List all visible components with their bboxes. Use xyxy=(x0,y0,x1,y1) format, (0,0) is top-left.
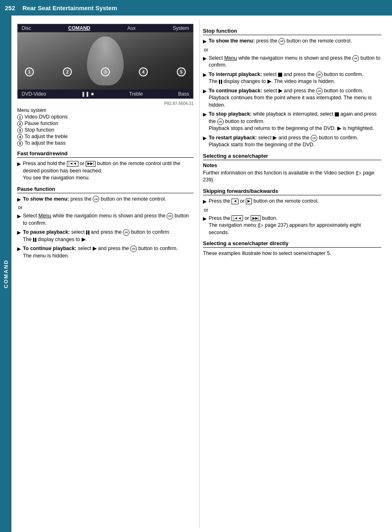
menu-list: 1 Video DVD options 2 Pause function 3 S… xyxy=(17,114,194,146)
pause-playback-text: To pause playback: select and press the … xyxy=(23,229,194,243)
ok-icon: ok xyxy=(278,38,285,45)
menu-system-label: Menu system xyxy=(17,107,194,113)
dvd-top-bar: Disc COMAND Aux System xyxy=(18,24,193,32)
rewind-icon: |◄◄ xyxy=(232,215,243,221)
menu-item-1-text: Video DVD options xyxy=(24,114,67,120)
bullet-arrow: ▶ xyxy=(17,213,21,227)
circle-5: 5 xyxy=(17,141,23,146)
bullet-arrow: ▶ xyxy=(203,111,207,132)
bullet-arrow: ▶ xyxy=(203,55,207,69)
dvd-screenshot: Disc COMAND Aux System 1 2 3 4 5 xyxy=(17,24,194,99)
comand-label: COMAND xyxy=(68,25,90,31)
fwd-chapter-icon: ▶ xyxy=(246,199,252,204)
bullet-arrow: ▶ xyxy=(203,135,207,149)
skipping-press2-bullet: ▶ Press the |◄◄ or ▶▶| button.The naviga… xyxy=(203,215,381,237)
bold-lead: To restart playback: xyxy=(209,135,257,141)
circle-2: 2 xyxy=(17,121,23,127)
dvd-child-image xyxy=(87,36,124,85)
notes-label: Notes xyxy=(203,163,381,168)
dvd-circle-3: 3 xyxy=(101,67,110,76)
bullet-arrow: ▶ xyxy=(203,198,207,205)
rewind-icon: |◄◄ xyxy=(67,161,78,167)
pause-show-menu-bullet: ▶ To show the menu: press the ok button … xyxy=(17,196,194,203)
content-area: COMAND Disc COMAND Aux System 1 2 xyxy=(0,16,392,532)
notes-text: Further information on this function is … xyxy=(203,170,381,184)
bullet-arrow: ▶ xyxy=(203,215,207,237)
selecting-directly-text: These examples illustrate how to select … xyxy=(203,250,381,257)
pause-continue-bullet: ▶ To continue playback: select ▶ and pre… xyxy=(17,245,194,259)
dvd-bottom-bar: DVD-Video ❚❚ ■ Treble Bass xyxy=(18,89,193,98)
selecting-directly-heading: Selecting a scene/chapter directly xyxy=(203,240,381,248)
ok-icon: ok xyxy=(352,55,359,62)
dvd-video-label: DVD-Video xyxy=(22,91,46,97)
fast-forward-heading: Fast forward/rewind xyxy=(17,150,194,158)
stop-restart-bullet: ▶ To restart playback: select ▶ and pres… xyxy=(203,134,381,149)
bold-lead: To continue playback: xyxy=(23,246,76,251)
stop-restart-text: To restart playback: select ▶ and press … xyxy=(209,134,381,149)
bold-lead: To show the menu: xyxy=(23,196,69,202)
menu-item-4-text: To adjust the treble xyxy=(24,134,68,139)
skipping-press-bullet: ▶ Press the ◄ or ▶ button on the remote … xyxy=(203,198,381,205)
ok-icon: ok xyxy=(130,246,137,252)
stop-select-menu-bullet: ▶ Select Menu while the navigation menu … xyxy=(203,55,381,69)
or-text: or xyxy=(204,47,381,53)
menu-item-3-text: Stop function xyxy=(24,127,54,133)
stop-show-menu-bullet: ▶ To show the menu: press the ok button … xyxy=(203,38,381,45)
bullet-arrow: ▶ xyxy=(203,38,207,45)
bold-lead: To interrupt playback: xyxy=(209,72,262,77)
stop-icon-2 xyxy=(335,112,339,116)
bold-lead: To stop playback: xyxy=(209,111,252,117)
stop-select-menu-text: Select Menu while the navigation menu is… xyxy=(209,55,381,69)
back-chapter-icon: ◄ xyxy=(232,199,238,204)
menu-link: Menu xyxy=(38,213,51,219)
menu-link: Menu xyxy=(224,55,237,61)
dvd-bass-label: Bass xyxy=(178,91,189,97)
main-columns: Disc COMAND Aux System 1 2 3 4 5 xyxy=(11,16,392,532)
list-item: 1 Video DVD options xyxy=(17,114,194,120)
dvd-circle-4: 4 xyxy=(139,67,148,76)
ok-icon: ok xyxy=(316,72,323,78)
sidebar-label-text: COMAND xyxy=(3,259,9,288)
dvd-circle-2: 2 xyxy=(63,67,72,76)
list-item: 2 Pause function xyxy=(17,121,194,127)
dvd-pause-stop-label: ❚❚ ■ xyxy=(81,91,94,97)
list-item: 5 To adjust the bass xyxy=(17,140,194,146)
stop-continue-bullet: ▶ To continue playback: select ▶ and pre… xyxy=(203,87,381,109)
dvd-circle-5: 5 xyxy=(177,67,186,76)
ok-icon: ok xyxy=(217,118,224,125)
right-column: Stop function ▶ To show the menu: press … xyxy=(199,20,387,528)
page-number: 252 xyxy=(5,4,15,11)
pause-show-menu-text: To show the menu: press the ok button on… xyxy=(23,196,194,203)
stop-icon xyxy=(278,73,282,77)
stop-stop-text: To stop playback: while playback is inte… xyxy=(209,111,381,132)
ok-icon: ok xyxy=(311,135,317,141)
menu-item-5-text: To adjust the bass xyxy=(24,140,66,146)
stop-show-menu-text: To show the menu: press the ok button on… xyxy=(209,38,381,45)
bold-lead: To continue playback: xyxy=(209,88,262,94)
fast-fwd-icon: ▶▶| xyxy=(251,215,261,221)
bold-lead: To pause playback: xyxy=(23,229,70,235)
bold-lead: To show the menu: xyxy=(209,38,255,44)
skipping-press2-text: Press the |◄◄ or ▶▶| button.The navigati… xyxy=(209,215,381,237)
ok-icon: ok xyxy=(167,213,173,219)
pause-icon xyxy=(86,230,89,235)
dvd-treble-label: Treble xyxy=(129,91,143,97)
pause-icon xyxy=(219,80,222,84)
pause-select-menu-text: Select Menu while the navigation menu is… xyxy=(23,212,194,227)
list-item: 4 To adjust the treble xyxy=(17,134,194,140)
page-title: Rear Seat Entertainment System xyxy=(22,4,117,11)
stop-continue-text: To continue playback: select ▶ and press… xyxy=(209,87,381,109)
pause-continue-text: To continue playback: select ▶ and press… xyxy=(23,245,194,259)
stop-interrupt-bullet: ▶ To interrupt playback: select and pres… xyxy=(203,71,381,85)
left-column: Disc COMAND Aux System 1 2 3 4 5 xyxy=(11,20,199,528)
dvd-image-area: 1 2 3 4 5 xyxy=(18,32,193,89)
fast-forward-icon: ▶▶| xyxy=(86,161,96,167)
skipping-press-text: Press the ◄ or ▶ button on the remote co… xyxy=(209,198,381,205)
stop-stop-bullet: ▶ To stop playback: while playback is in… xyxy=(203,111,381,132)
header-bar: 252 Rear Seat Entertainment System xyxy=(0,0,392,16)
ok-icon: ok xyxy=(93,196,99,202)
bullet-arrow: ▶ xyxy=(17,196,21,203)
ok-icon: ok xyxy=(123,229,129,236)
pause-playback-bullet: ▶ To pause playback: select and press th… xyxy=(17,229,194,243)
ok-icon: ok xyxy=(316,88,323,94)
